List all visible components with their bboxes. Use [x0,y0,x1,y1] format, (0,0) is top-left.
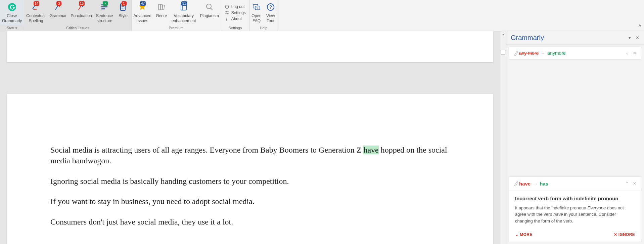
replacement-text: anymore [547,50,565,56]
svg-text:?: ? [257,6,258,10]
split-handle[interactable] [501,50,505,54]
books-icon [157,2,166,12]
logout-button[interactable]: Log out [225,4,246,9]
view-tour-button[interactable]: ? ViewTour [264,0,278,25]
panel-header: Grammarly ▾ ✕ [506,31,644,45]
suggestion-explanation: Incorrect verb form with indefinite pron… [509,191,641,229]
sentence-check-icon: ✓ [103,1,108,6]
plagiarism-button[interactable]: Plagiarism [198,0,221,25]
grammar-button[interactable]: 3 Grammar [48,0,69,25]
ignore-button[interactable]: ✕IGNORE [614,232,635,237]
magnifier-icon [205,2,214,12]
svg-rect-3 [101,8,105,9]
expand-card-button[interactable]: ⌄ [626,51,629,55]
advanced-issues-button[interactable]: 47 AdvancedIssues [132,0,153,25]
panel-options-button[interactable]: ▾ [629,35,631,40]
panel-close-button[interactable]: ✕ [636,35,639,40]
contextual-badge: 14 [34,1,39,6]
ribbon-group-help: ? OpenFAQ ? ViewTour Help [249,0,278,31]
scroll-up-button[interactable]: ▴ [500,31,506,37]
group-label-settings: Settings [221,25,249,31]
group-label-status: Status [0,25,24,31]
close-icon: ✕ [614,232,617,237]
chevron-down-icon: ⌄ [515,232,518,237]
document-page: Social media is attracting users of all … [7,94,493,244]
grammar-badge: 3 [56,1,61,6]
punctuation-badge: 15 [79,1,85,6]
open-faq-button[interactable]: ? OpenFAQ [249,0,264,25]
document-text[interactable]: Social media is attracting users of all … [50,145,450,227]
sliders-icon [225,10,229,15]
svg-line-14 [211,8,213,10]
vertical-scrollbar[interactable]: ▴ [500,31,506,244]
punctuation-button[interactable]: 15 Punctuation [68,0,94,25]
pen-icon [514,181,519,186]
about-button[interactable]: i About [225,16,246,21]
close-label-1: Close [7,13,17,18]
panel-title: Grammarly [511,34,624,42]
faq-icon: ? [252,3,261,11]
document-area[interactable]: Social media is attracting users of all … [0,31,500,244]
vocab-badge: 31 [181,1,187,6]
paragraph-3: If you want to stay in business, you nee… [50,196,450,207]
close-label-2: Grammarly [2,18,22,23]
original-text: have [519,181,531,187]
power-icon [225,4,229,9]
suggestion-header[interactable]: have → has ⌃ ✕ [509,177,641,191]
suggestion-card-anymore[interactable]: any more → anymore ⌄ ✕ [509,47,641,59]
dismiss-card-button[interactable]: ✕ [633,181,636,186]
more-button[interactable]: ⌄MORE [515,232,533,237]
paragraph-4: Consumers don't just have social media, … [50,216,450,227]
ribbon-group-premium: 47 AdvancedIssues Genre 31 Vocabularyenh… [132,0,221,31]
arrow-icon: → [541,50,545,56]
workspace: Social media is attracting users of all … [0,31,644,244]
contextual-spelling-button[interactable]: 14 ContextualSpelling [24,0,47,25]
svg-point-0 [8,3,16,11]
dismiss-card-button[interactable]: ✕ [633,51,636,55]
original-text: any more [519,50,539,56]
svg-rect-8 [158,4,160,10]
vocabulary-button[interactable]: 31 Vocabularyenhancement [170,0,198,25]
sentence-structure-button[interactable]: ✓ Sentencestructure [94,0,115,25]
info-icon: i [225,16,229,21]
svg-rect-10 [162,5,165,10]
paragraph-2: Ignoring social media is basically handi… [50,176,450,187]
ribbon-group-critical: 14 ContextualSpelling 3 Grammar 15 Punct… [24,0,131,31]
settings-button[interactable]: Settings [225,10,246,15]
group-label-premium: Premium [132,25,221,31]
svg-rect-9 [160,4,162,10]
previous-page-edge [7,31,493,62]
ribbon-group-status: CloseGrammarly Status [0,0,24,31]
collapse-ribbon-button[interactable]: ᐱ [639,24,641,28]
grammarly-panel: Grammarly ▾ ✕ any more → anymore ⌄ ✕ hav… [506,31,644,244]
suggestion-card-have: have → has ⌃ ✕ Incorrect verb form with … [509,176,641,242]
svg-rect-2 [101,6,107,7]
group-label-help: Help [249,25,278,31]
ribbon: CloseGrammarly Status 14 ContextualSpell… [0,0,644,31]
highlighted-word[interactable]: have [363,146,378,154]
svg-point-13 [206,4,211,9]
explanation-heading: Incorrect verb form with indefinite pron… [515,196,635,201]
explanation-text: It appears that the indefinite pronoun E… [515,205,635,225]
svg-point-18 [226,11,227,12]
collapse-card-button[interactable]: ⌃ [626,181,629,186]
grammarly-logo-icon [8,3,16,11]
ribbon-group-settings: Log out Settings i About Settings [221,0,249,31]
svg-text:i: i [226,16,227,21]
svg-text:?: ? [269,4,272,10]
group-label-critical: Critical Issues [24,25,131,31]
style-button[interactable]: 1 Style [115,0,131,25]
replacement-text: has [540,181,548,187]
help-icon: ? [266,3,275,11]
close-grammarly-button[interactable]: CloseGrammarly [0,0,24,25]
pen-icon [514,50,519,56]
arrow-icon: → [533,181,538,187]
svg-point-20 [227,13,228,14]
style-badge: 1 [122,1,127,6]
advanced-badge: 47 [140,1,146,6]
genre-button[interactable]: Genre [153,0,170,25]
paragraph-1: Social media is attracting users of all … [50,145,450,166]
